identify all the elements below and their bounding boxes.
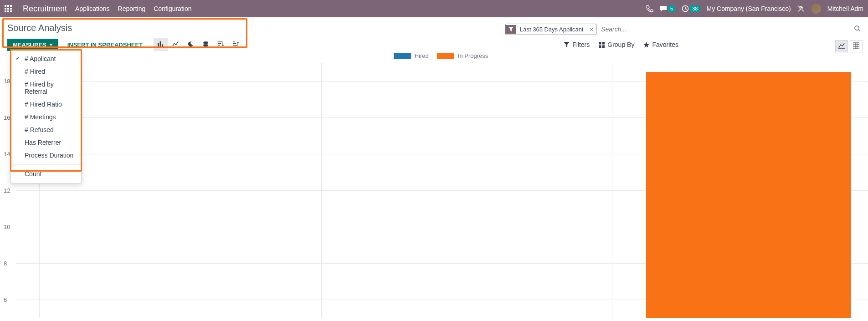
messages-badge: 5 <box>668 5 675 12</box>
caret-down-icon <box>49 44 53 46</box>
svg-rect-19 <box>602 42 605 45</box>
sort-desc-icon[interactable] <box>214 38 228 51</box>
legend-inprogress-swatch <box>437 53 454 54</box>
nav-reporting[interactable]: Reporting <box>118 5 146 12</box>
svg-rect-20 <box>599 45 601 48</box>
apps-grid-icon[interactable] <box>5 5 12 12</box>
filters-button[interactable]: Filters <box>564 41 590 48</box>
view-switcher <box>835 40 863 52</box>
svg-rect-18 <box>599 42 601 45</box>
chart-area: Hired In Progress 681012141618 <box>0 52 868 54</box>
groupby-label: Group By <box>607 41 634 48</box>
measures-dropdown: # Applicant # Hired # Hired by Referral … <box>10 49 82 54</box>
company-name[interactable]: My Company (San Francisco) <box>706 5 791 12</box>
activities-badge: 38 <box>690 5 700 12</box>
avatar[interactable] <box>811 4 821 14</box>
clock-icon[interactable]: 38 <box>682 5 700 12</box>
svg-point-16 <box>203 43 208 45</box>
nav-applications[interactable]: Applications <box>75 5 110 12</box>
svg-rect-11 <box>158 43 159 47</box>
chart-legend: Hired In Progress <box>14 52 868 54</box>
filter-chip-text: Last 365 Days Applicant <box>516 24 587 35</box>
groupby-button[interactable]: Group By <box>599 41 634 48</box>
stacked-icon[interactable] <box>199 38 213 51</box>
search-input[interactable] <box>596 23 854 36</box>
legend-hired-swatch <box>394 53 411 54</box>
top-nav: Recruitment Applications Reporting Confi… <box>0 0 868 17</box>
legend-hired-label: Hired <box>415 52 429 54</box>
filter-chip-close[interactable]: × <box>587 26 596 33</box>
filter-chip-icon <box>506 25 516 34</box>
search-icon[interactable] <box>854 25 861 33</box>
svg-point-15 <box>203 41 208 43</box>
svg-rect-13 <box>162 44 163 47</box>
search-area: Last 365 Days Applicant × <box>505 23 861 36</box>
svg-rect-5 <box>10 8 12 10</box>
messages-icon[interactable]: 5 <box>660 5 675 12</box>
svg-rect-22 <box>853 42 859 49</box>
bar-chart-icon[interactable] <box>154 38 168 51</box>
svg-rect-8 <box>10 10 12 12</box>
toolbar: MEASURES INSERT IN SPREADSHEET Filters <box>0 36 868 54</box>
svg-rect-1 <box>7 5 9 7</box>
measures-button-label: MEASURES <box>13 41 46 48</box>
favorites-label: Favorites <box>652 41 678 48</box>
svg-rect-2 <box>10 5 12 7</box>
svg-point-10 <box>855 26 859 30</box>
svg-rect-3 <box>5 8 6 10</box>
sort-asc-icon[interactable] <box>229 38 243 51</box>
svg-rect-12 <box>160 41 161 47</box>
favorites-button[interactable]: Favorites <box>643 41 678 48</box>
measure-applicant[interactable]: # Applicant <box>11 52 81 54</box>
svg-rect-7 <box>7 10 9 12</box>
legend-inprogress-label: In Progress <box>458 52 488 54</box>
filters-label: Filters <box>572 41 590 48</box>
svg-rect-0 <box>5 5 6 7</box>
header-bar: Source Analysis Last 365 Days Applicant … <box>0 17 868 36</box>
graph-view-icon[interactable] <box>835 40 848 52</box>
legend-hired[interactable]: Hired <box>394 52 429 54</box>
nav-configuration[interactable]: Configuration <box>154 5 191 12</box>
pie-chart-icon[interactable] <box>184 38 198 51</box>
legend-inprogress[interactable]: In Progress <box>437 52 488 54</box>
tools-icon[interactable] <box>797 5 805 12</box>
page-title: Source Analysis <box>7 23 72 33</box>
user-name[interactable]: Mitchell Adm <box>827 5 863 12</box>
pivot-view-icon[interactable] <box>850 40 863 52</box>
app-title[interactable]: Recruitment <box>23 4 67 14</box>
svg-rect-6 <box>5 10 6 12</box>
svg-point-17 <box>203 45 208 46</box>
phone-icon[interactable] <box>646 5 653 12</box>
line-chart-icon[interactable] <box>169 38 183 51</box>
svg-rect-21 <box>602 45 605 48</box>
filter-chip: Last 365 Days Applicant × <box>505 24 596 35</box>
svg-rect-4 <box>7 8 9 10</box>
